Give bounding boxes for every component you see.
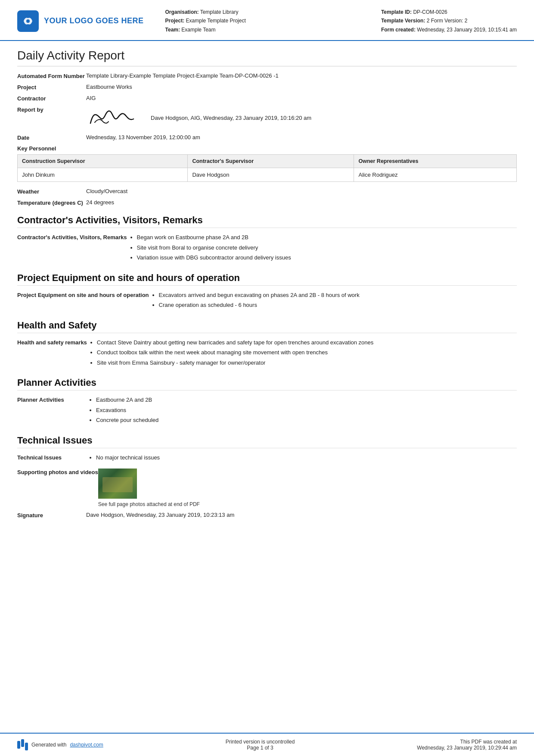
list-item: Conduct toolbox talk within the next wee… <box>97 348 517 357</box>
health-safety-list: Contact Steve Daintry about getting new … <box>87 338 517 369</box>
contractors-row: Contractor's Activities, Visitors, Remar… <box>17 233 517 264</box>
report-title: Daily Activity Report <box>17 49 517 66</box>
form-number-value: Template Library-Example Template Projec… <box>86 72 517 79</box>
personnel-header-row: Construction Supervisor Contractor's Sup… <box>18 155 517 168</box>
template-version-row: Template Version: 2 Form Version: 2 <box>381 16 517 25</box>
temperature-row: Temperature (degrees C) 24 degrees <box>17 199 517 206</box>
personnel-col1-header: Construction Supervisor <box>18 155 188 168</box>
form-number-row: Automated Form Number Template Library-E… <box>17 72 517 79</box>
technical-label: Technical Issues <box>17 453 86 461</box>
photos-content: See full page photos attached at end of … <box>98 469 517 507</box>
org-value: Template Library <box>200 9 239 15</box>
signature-content: Dave Hodgson, AIG, Wednesday, 23 January… <box>86 106 311 130</box>
health-safety-label: Health and safety remarks <box>17 338 87 346</box>
final-signature-row: Signature Dave Hodgson, Wednesday, 23 Ja… <box>17 512 517 519</box>
project-field-label: Project <box>17 84 86 91</box>
project-field-value: Eastbourne Works <box>86 84 517 90</box>
signature-drawing <box>86 106 142 130</box>
health-safety-row: Health and safety remarks Contact Steve … <box>17 338 517 369</box>
footer-left: Generated with dashpivot.com <box>17 739 103 750</box>
technical-row: Technical Issues No major technical issu… <box>17 453 517 464</box>
personnel-row1-col2: Dave Hodgson <box>188 168 354 182</box>
footer-center-line2: Page 1 of 3 <box>226 745 295 751</box>
temperature-label: Temperature (degrees C) <box>17 199 86 206</box>
footer-center-line1: Printed version is uncontrolled <box>226 739 295 745</box>
equipment-heading: Project Equipment on site and hours of o… <box>17 272 517 286</box>
contractors-list: Began work on Eastbourne phase 2A and 2B… <box>127 233 517 264</box>
equipment-list: Excavators arrived and begun excavating … <box>149 291 517 311</box>
planner-list: Eastbourne 2A and 2BExcavationsConcrete … <box>86 396 517 426</box>
team-value: Example Team <box>181 27 215 33</box>
page-wrapper: YOUR LOGO GOES HERE Organisation: Templa… <box>0 0 534 756</box>
final-signature-label: Signature <box>17 512 86 519</box>
template-id-row: Template ID: DP-COM-0026 <box>381 8 517 16</box>
footer-center: Printed version is uncontrolled Page 1 o… <box>226 739 295 751</box>
form-created-label: Form created: <box>381 27 416 33</box>
svg-point-0 <box>26 19 30 23</box>
bar2-icon <box>21 739 24 747</box>
contractor-row: Contractor AIG <box>17 95 517 102</box>
project-label: Project: <box>165 18 185 24</box>
footer-right-line2: Wednesday, 23 January 2019, 10:29:44 am <box>417 745 517 751</box>
contractors-heading: Contractor's Activities, Visitors, Remar… <box>17 215 517 228</box>
form-created-value: Wednesday, 23 January 2019, 10:15:41 am <box>417 27 517 33</box>
list-item: Variation issue with DBG subcontractor a… <box>137 253 517 262</box>
header-team: Team: Example Team <box>165 25 373 34</box>
weather-value: Cloudy/Overcast <box>86 188 517 194</box>
footer-generated-text: Generated with <box>31 742 66 748</box>
planner-row: Planner Activities Eastbourne 2A and 2BE… <box>17 396 517 426</box>
footer: Generated with dashpivot.com Printed ver… <box>0 733 534 756</box>
report-by-label: Report by <box>17 106 86 113</box>
list-item: Eastbourne 2A and 2B <box>96 396 517 404</box>
bar3-icon <box>25 743 28 750</box>
technical-heading: Technical Issues <box>17 435 517 448</box>
weather-label: Weather <box>17 188 86 195</box>
personnel-row1-col3: Alice Rodriguez <box>354 168 517 182</box>
form-number-label: Automated Form Number <box>17 72 86 79</box>
date-label: Date <box>17 134 86 141</box>
header-org: Organisation: Template Library <box>165 8 373 16</box>
header-right: Template ID: DP-COM-0026 Template Versio… <box>381 8 517 34</box>
list-item: Concrete pour scheduled <box>96 416 517 425</box>
form-created-row: Form created: Wednesday, 23 January 2019… <box>381 25 517 34</box>
report-by-value: Dave Hodgson, AIG, Wednesday, 23 January… <box>151 115 311 121</box>
bar1-icon <box>17 741 20 749</box>
footer-logo <box>17 739 28 750</box>
header-project: Project: Example Template Project <box>165 16 373 25</box>
key-personnel-label: Key Personnel <box>17 145 517 152</box>
planner-heading: Planner Activities <box>17 377 517 390</box>
list-item: Site visit from Emma Sainsbury - safety … <box>97 359 517 367</box>
header: YOUR LOGO GOES HERE Organisation: Templa… <box>0 0 534 41</box>
final-signature-value: Dave Hodgson, Wednesday, 23 January 2019… <box>86 512 517 518</box>
equipment-label: Project Equipment on site and hours of o… <box>17 291 149 298</box>
list-item: Excavators arrived and begun excavating … <box>159 291 517 300</box>
team-label: Team: <box>165 27 180 33</box>
project-row: Project Eastbourne Works <box>17 84 517 91</box>
date-value: Wednesday, 13 November 2019, 12:00:00 am <box>86 134 517 141</box>
technical-list: No major technical issues <box>86 453 517 464</box>
personnel-row1-col1: John Dinkum <box>18 168 188 182</box>
footer-link[interactable]: dashpivot.com <box>70 742 103 748</box>
personnel-data-row: John Dinkum Dave Hodgson Alice Rodriguez <box>18 168 517 182</box>
contractors-label: Contractor's Activities, Visitors, Remar… <box>17 233 127 241</box>
header-logo: YOUR LOGO GOES HERE <box>17 8 144 34</box>
org-label: Organisation: <box>165 9 199 15</box>
logo-icon <box>17 10 39 32</box>
list-item: No major technical issues <box>96 453 517 462</box>
photo-image <box>98 469 137 499</box>
contractor-value: AIG <box>86 95 517 101</box>
list-item: Site visit from Boral to organise concre… <box>137 244 517 252</box>
header-meta: Organisation: Template Library Project: … <box>152 8 373 34</box>
personnel-col2-header: Contractor's Supervisor <box>188 155 354 168</box>
photo-caption: See full page photos attached at end of … <box>98 501 517 507</box>
personnel-col3-header: Owner Representatives <box>354 155 517 168</box>
equipment-row: Project Equipment on site and hours of o… <box>17 291 517 311</box>
list-item: Crane operation as scheduled - 6 hours <box>159 301 517 309</box>
project-value: Example Template Project <box>186 18 246 24</box>
photos-row: Supporting photos and videos See full pa… <box>17 469 517 507</box>
template-id-label: Template ID: <box>381 9 412 15</box>
personnel-table: Construction Supervisor Contractor's Sup… <box>17 154 517 182</box>
list-item: Began work on Eastbourne phase 2A and 2B <box>137 233 517 242</box>
contractor-label: Contractor <box>17 95 86 102</box>
list-item: Contact Steve Daintry about getting new … <box>97 338 517 347</box>
